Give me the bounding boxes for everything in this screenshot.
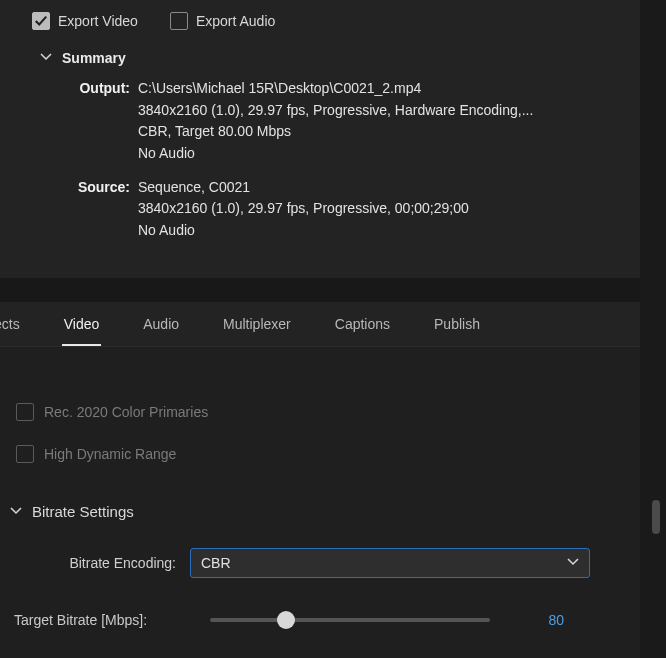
checkbox-icon [170,12,188,30]
target-bitrate-value[interactable]: 80 [500,612,570,628]
export-audio-label: Export Audio [196,13,275,29]
summary-output-row: Output: C:\Users\Michael 15R\Desktop\C00… [70,78,646,165]
chevron-down-icon [567,555,579,571]
hdr-label: High Dynamic Range [44,446,176,462]
output-audio: No Audio [138,143,646,165]
source-sequence: Sequence, C0021 [138,177,646,199]
checkbox-icon [16,403,34,421]
hdr-checkbox[interactable]: High Dynamic Range [10,433,626,475]
export-audio-checkbox[interactable]: Export Audio [170,12,275,30]
export-video-label: Export Video [58,13,138,29]
checkbox-icon [32,12,50,30]
right-edge-panel [640,0,666,658]
source-specs: 3840x2160 (1.0), 29.97 fps, Progressive,… [138,198,646,220]
summary-title: Summary [62,50,126,66]
slider-thumb[interactable] [277,611,295,629]
chevron-down-icon [10,503,22,520]
summary-header[interactable]: Summary [0,30,666,74]
checkbox-icon [16,445,34,463]
target-bitrate-label: Target Bitrate [Mbps]: [10,612,190,628]
tab-multiplexer[interactable]: Multiplexer [221,316,293,346]
tabs-bar: ects Video Audio Multiplexer Captions Pu… [0,302,666,347]
bitrate-settings-title: Bitrate Settings [32,503,134,520]
bitrate-encoding-value: CBR [201,555,231,571]
tab-audio[interactable]: Audio [141,316,181,346]
bitrate-settings-header[interactable]: Bitrate Settings [10,475,626,538]
output-path: C:\Users\Michael 15R\Desktop\C0021_2.mp4 [138,78,646,100]
bitrate-encoding-label: Bitrate Encoding: [10,555,190,571]
output-bitrate: CBR, Target 80.00 Mbps [138,121,646,143]
tab-effects[interactable]: ects [0,316,22,346]
summary-source-row: Source: Sequence, C0021 3840x2160 (1.0),… [70,177,646,242]
scrollbar-thumb[interactable] [652,500,660,534]
chevron-down-icon [40,50,52,66]
target-bitrate-slider[interactable] [190,618,500,622]
source-audio: No Audio [138,220,646,242]
rec2020-label: Rec. 2020 Color Primaries [44,404,208,420]
output-specs: 3840x2160 (1.0), 29.97 fps, Progressive,… [138,100,646,122]
tab-video[interactable]: Video [62,316,102,346]
output-label: Output: [70,78,130,165]
rec2020-checkbox[interactable]: Rec. 2020 Color Primaries [10,391,626,433]
tab-captions[interactable]: Captions [333,316,392,346]
source-label: Source: [70,177,130,242]
tab-publish[interactable]: Publish [432,316,482,346]
export-video-checkbox[interactable]: Export Video [32,12,138,30]
bitrate-encoding-select[interactable]: CBR [190,548,590,578]
